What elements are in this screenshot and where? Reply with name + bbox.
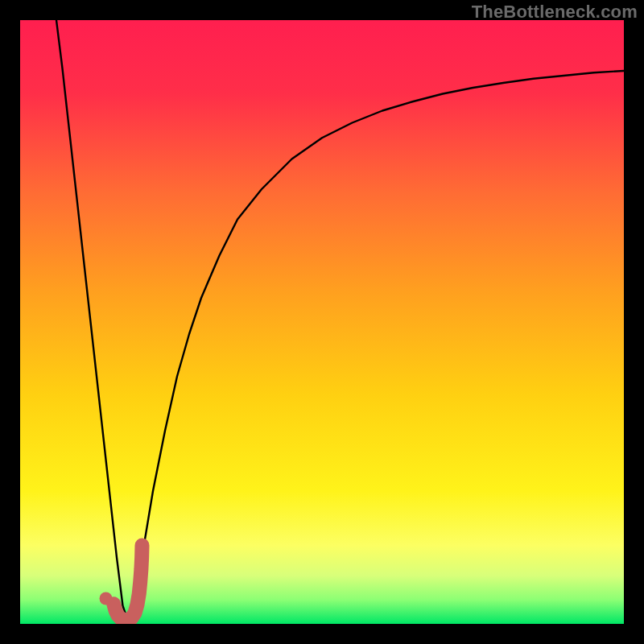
curve-layer <box>20 20 624 624</box>
bottleneck-curve <box>56 20 624 624</box>
j-marker <box>114 546 142 621</box>
watermark-text: TheBottleneck.com <box>472 2 638 23</box>
plot-area <box>20 20 624 624</box>
chart-frame: TheBottleneck.com <box>0 0 644 644</box>
marker-dot <box>100 592 113 605</box>
